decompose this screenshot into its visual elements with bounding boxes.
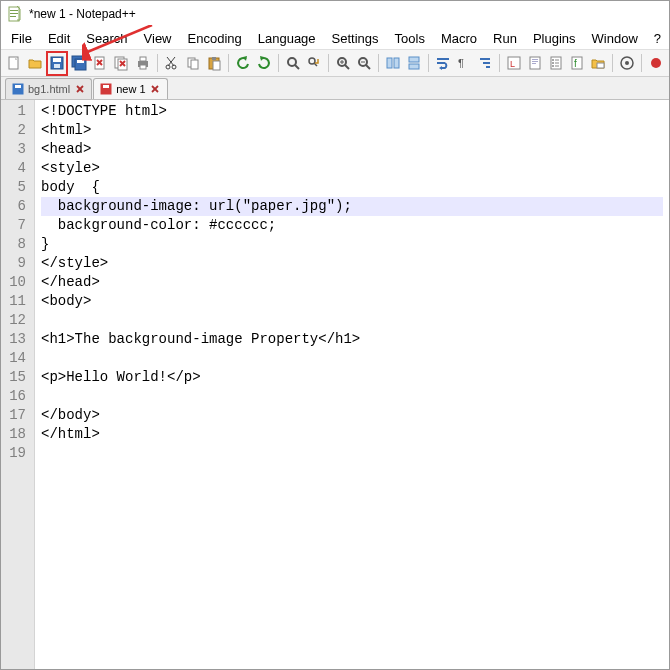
- toolbar-separator: [328, 54, 329, 72]
- code-line[interactable]: background-color: #cccccc;: [41, 216, 663, 235]
- menu-window[interactable]: Window: [584, 29, 646, 48]
- tabbar: bg1.htmlnew 1: [1, 77, 669, 100]
- svg-marker-50: [439, 66, 442, 70]
- menu-run[interactable]: Run: [485, 29, 525, 48]
- monitoring-button[interactable]: [617, 52, 637, 75]
- svg-rect-21: [140, 65, 146, 69]
- menu-plugins[interactable]: Plugins: [525, 29, 584, 48]
- redo-button[interactable]: [254, 52, 274, 75]
- close-all-button[interactable]: [111, 52, 131, 75]
- line-number: 7: [7, 216, 26, 235]
- code-line[interactable]: body {: [41, 178, 663, 197]
- close-file-button[interactable]: [90, 52, 110, 75]
- tab-new-1[interactable]: new 1: [93, 78, 167, 99]
- code-line[interactable]: </style>: [41, 254, 663, 273]
- undo-button[interactable]: [233, 52, 253, 75]
- sync-h-button[interactable]: [404, 52, 424, 75]
- code-line[interactable]: <p>Hello World!</p>: [41, 368, 663, 387]
- line-number: 10: [7, 273, 26, 292]
- tab-bg1-html[interactable]: bg1.html: [5, 78, 92, 99]
- svg-rect-75: [15, 85, 21, 88]
- open-file-button[interactable]: [25, 52, 45, 75]
- code-line[interactable]: [41, 311, 663, 330]
- svg-rect-2: [10, 13, 18, 14]
- zoom-in-button[interactable]: [333, 52, 353, 75]
- redo-icon: [256, 55, 272, 71]
- paste-button[interactable]: [204, 52, 224, 75]
- code-line[interactable]: </body>: [41, 406, 663, 425]
- print-button[interactable]: [132, 52, 152, 75]
- folder-workspace-button[interactable]: [588, 52, 608, 75]
- svg-rect-79: [103, 85, 109, 88]
- wordwrap-button[interactable]: [433, 52, 453, 75]
- tab-close-icon[interactable]: [74, 84, 85, 95]
- menu-language[interactable]: Language: [250, 29, 324, 48]
- new-file-button[interactable]: [4, 52, 24, 75]
- editor[interactable]: 12345678910111213141516171819 <!DOCTYPE …: [1, 100, 669, 669]
- replace-button[interactable]: [304, 52, 324, 75]
- menu-macro[interactable]: Macro: [433, 29, 485, 48]
- svg-rect-47: [409, 64, 419, 69]
- svg-rect-44: [387, 58, 392, 68]
- svg-point-63: [552, 62, 554, 64]
- show-all-chars-icon: ¶: [456, 55, 472, 71]
- find-icon: [285, 55, 301, 71]
- find-button[interactable]: [283, 52, 303, 75]
- code-line[interactable]: [41, 387, 663, 406]
- toolbar-separator: [228, 54, 229, 72]
- line-number: 18: [7, 425, 26, 444]
- menu-edit[interactable]: Edit: [40, 29, 78, 48]
- code-area[interactable]: <!DOCTYPE html><html><head><style>body {…: [35, 100, 669, 669]
- code-line[interactable]: <h1>The background-image Property</h1>: [41, 330, 663, 349]
- menu-q[interactable]: ?: [646, 29, 669, 48]
- menu-view[interactable]: View: [136, 29, 180, 48]
- zoom-out-button[interactable]: [354, 52, 374, 75]
- code-line[interactable]: <body>: [41, 292, 663, 311]
- code-line[interactable]: [41, 444, 663, 463]
- svg-point-62: [552, 59, 554, 61]
- func-list-button[interactable]: f: [567, 52, 587, 75]
- line-number: 12: [7, 311, 26, 330]
- svg-point-73: [651, 58, 661, 68]
- cut-icon: [163, 55, 179, 71]
- app-icon: [7, 6, 23, 22]
- code-line[interactable]: background-image: url("paper.jpg");: [41, 197, 663, 216]
- code-line[interactable]: [41, 349, 663, 368]
- menu-settings[interactable]: Settings: [324, 29, 387, 48]
- code-line[interactable]: <html>: [41, 121, 663, 140]
- menu-search[interactable]: Search: [78, 29, 135, 48]
- save-all-button[interactable]: [69, 52, 89, 75]
- code-line[interactable]: <style>: [41, 159, 663, 178]
- save-button[interactable]: [46, 51, 68, 76]
- tab-close-icon[interactable]: [150, 84, 161, 95]
- indent-guide-button[interactable]: [475, 52, 495, 75]
- doc-map-button[interactable]: [525, 52, 545, 75]
- code-line[interactable]: <head>: [41, 140, 663, 159]
- copy-button[interactable]: [182, 52, 202, 75]
- svg-line-36: [314, 64, 317, 67]
- func-list-icon: f: [569, 55, 585, 71]
- line-number: 8: [7, 235, 26, 254]
- open-file-icon: [27, 55, 43, 71]
- code-line[interactable]: }: [41, 235, 663, 254]
- menubar: FileEditSearchViewEncodingLanguageSettin…: [1, 27, 669, 49]
- zoom-in-icon: [335, 55, 351, 71]
- sync-v-button[interactable]: [383, 52, 403, 75]
- cut-button[interactable]: [161, 52, 181, 75]
- code-line[interactable]: <!DOCTYPE html>: [41, 102, 663, 121]
- record-macro-button[interactable]: [646, 52, 666, 75]
- show-all-chars-button[interactable]: ¶: [454, 52, 474, 75]
- record-macro-icon: [648, 55, 664, 71]
- doc-list-button[interactable]: [546, 52, 566, 75]
- menu-file[interactable]: File: [3, 29, 40, 48]
- toolbar-separator: [428, 54, 429, 72]
- menu-encoding[interactable]: Encoding: [180, 29, 250, 48]
- code-line[interactable]: </html>: [41, 425, 663, 444]
- sync-h-icon: [406, 55, 422, 71]
- saved-file-icon: [12, 83, 24, 95]
- copy-icon: [185, 55, 201, 71]
- code-line[interactable]: </head>: [41, 273, 663, 292]
- udl-button[interactable]: L: [504, 52, 524, 75]
- menu-tools[interactable]: Tools: [387, 29, 433, 48]
- line-number: 19: [7, 444, 26, 463]
